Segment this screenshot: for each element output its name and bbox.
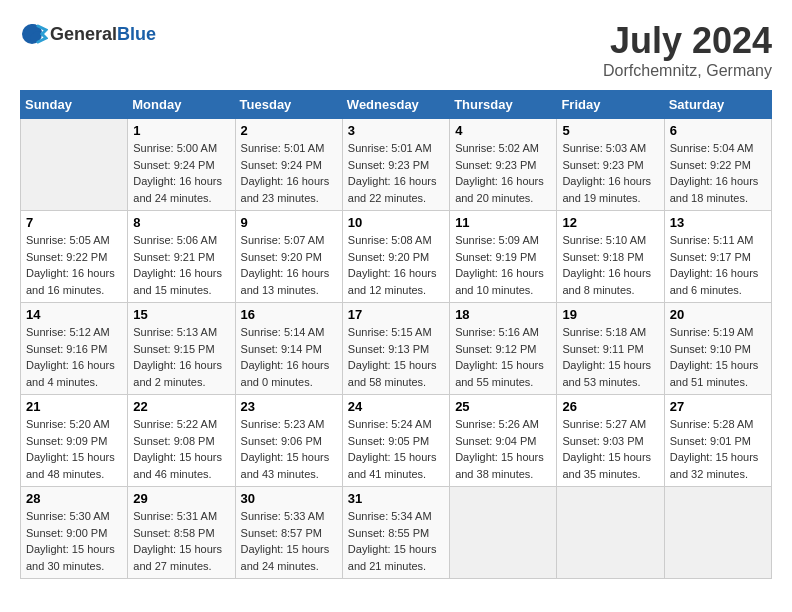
- day-number: 17: [348, 307, 444, 322]
- day-number: 13: [670, 215, 766, 230]
- day-info: Sunrise: 5:08 AM Sunset: 9:20 PM Dayligh…: [348, 232, 444, 298]
- calendar-cell: 14Sunrise: 5:12 AM Sunset: 9:16 PM Dayli…: [21, 303, 128, 395]
- calendar-cell: 15Sunrise: 5:13 AM Sunset: 9:15 PM Dayli…: [128, 303, 235, 395]
- calendar-header-row: SundayMondayTuesdayWednesdayThursdayFrid…: [21, 91, 772, 119]
- calendar-cell: 26Sunrise: 5:27 AM Sunset: 9:03 PM Dayli…: [557, 395, 664, 487]
- day-number: 27: [670, 399, 766, 414]
- calendar-cell: 5Sunrise: 5:03 AM Sunset: 9:23 PM Daylig…: [557, 119, 664, 211]
- calendar-cell: 21Sunrise: 5:20 AM Sunset: 9:09 PM Dayli…: [21, 395, 128, 487]
- day-number: 26: [562, 399, 658, 414]
- calendar-week-row: 21Sunrise: 5:20 AM Sunset: 9:09 PM Dayli…: [21, 395, 772, 487]
- calendar-cell: 20Sunrise: 5:19 AM Sunset: 9:10 PM Dayli…: [664, 303, 771, 395]
- day-info: Sunrise: 5:05 AM Sunset: 9:22 PM Dayligh…: [26, 232, 122, 298]
- day-info: Sunrise: 5:00 AM Sunset: 9:24 PM Dayligh…: [133, 140, 229, 206]
- day-info: Sunrise: 5:10 AM Sunset: 9:18 PM Dayligh…: [562, 232, 658, 298]
- day-number: 29: [133, 491, 229, 506]
- calendar-cell: 2Sunrise: 5:01 AM Sunset: 9:24 PM Daylig…: [235, 119, 342, 211]
- calendar-cell: 9Sunrise: 5:07 AM Sunset: 9:20 PM Daylig…: [235, 211, 342, 303]
- day-number: 14: [26, 307, 122, 322]
- day-info: Sunrise: 5:14 AM Sunset: 9:14 PM Dayligh…: [241, 324, 337, 390]
- logo: GeneralBlue: [20, 20, 156, 48]
- calendar-cell: 30Sunrise: 5:33 AM Sunset: 8:57 PM Dayli…: [235, 487, 342, 579]
- day-number: 21: [26, 399, 122, 414]
- calendar-body: 1Sunrise: 5:00 AM Sunset: 9:24 PM Daylig…: [21, 119, 772, 579]
- day-info: Sunrise: 5:13 AM Sunset: 9:15 PM Dayligh…: [133, 324, 229, 390]
- calendar-cell: 19Sunrise: 5:18 AM Sunset: 9:11 PM Dayli…: [557, 303, 664, 395]
- day-number: 18: [455, 307, 551, 322]
- calendar-cell: [557, 487, 664, 579]
- day-number: 2: [241, 123, 337, 138]
- day-info: Sunrise: 5:23 AM Sunset: 9:06 PM Dayligh…: [241, 416, 337, 482]
- day-number: 30: [241, 491, 337, 506]
- day-info: Sunrise: 5:07 AM Sunset: 9:20 PM Dayligh…: [241, 232, 337, 298]
- calendar-cell: 13Sunrise: 5:11 AM Sunset: 9:17 PM Dayli…: [664, 211, 771, 303]
- day-info: Sunrise: 5:30 AM Sunset: 9:00 PM Dayligh…: [26, 508, 122, 574]
- day-info: Sunrise: 5:16 AM Sunset: 9:12 PM Dayligh…: [455, 324, 551, 390]
- weekday-header-saturday: Saturday: [664, 91, 771, 119]
- day-number: 5: [562, 123, 658, 138]
- day-info: Sunrise: 5:01 AM Sunset: 9:23 PM Dayligh…: [348, 140, 444, 206]
- title-block: July 2024 Dorfchemnitz, Germany: [603, 20, 772, 80]
- day-number: 10: [348, 215, 444, 230]
- day-number: 12: [562, 215, 658, 230]
- day-info: Sunrise: 5:19 AM Sunset: 9:10 PM Dayligh…: [670, 324, 766, 390]
- page-header: GeneralBlue July 2024 Dorfchemnitz, Germ…: [20, 20, 772, 80]
- calendar-cell: 3Sunrise: 5:01 AM Sunset: 9:23 PM Daylig…: [342, 119, 449, 211]
- calendar-cell: [450, 487, 557, 579]
- calendar-cell: 6Sunrise: 5:04 AM Sunset: 9:22 PM Daylig…: [664, 119, 771, 211]
- day-info: Sunrise: 5:20 AM Sunset: 9:09 PM Dayligh…: [26, 416, 122, 482]
- logo-text-blue: Blue: [117, 24, 156, 44]
- day-number: 7: [26, 215, 122, 230]
- calendar-cell: 31Sunrise: 5:34 AM Sunset: 8:55 PM Dayli…: [342, 487, 449, 579]
- calendar-week-row: 14Sunrise: 5:12 AM Sunset: 9:16 PM Dayli…: [21, 303, 772, 395]
- day-number: 6: [670, 123, 766, 138]
- calendar-cell: 24Sunrise: 5:24 AM Sunset: 9:05 PM Dayli…: [342, 395, 449, 487]
- day-number: 19: [562, 307, 658, 322]
- calendar-cell: 18Sunrise: 5:16 AM Sunset: 9:12 PM Dayli…: [450, 303, 557, 395]
- calendar-week-row: 28Sunrise: 5:30 AM Sunset: 9:00 PM Dayli…: [21, 487, 772, 579]
- calendar-cell: 22Sunrise: 5:22 AM Sunset: 9:08 PM Dayli…: [128, 395, 235, 487]
- day-info: Sunrise: 5:02 AM Sunset: 9:23 PM Dayligh…: [455, 140, 551, 206]
- calendar-cell: 11Sunrise: 5:09 AM Sunset: 9:19 PM Dayli…: [450, 211, 557, 303]
- day-info: Sunrise: 5:06 AM Sunset: 9:21 PM Dayligh…: [133, 232, 229, 298]
- day-number: 31: [348, 491, 444, 506]
- calendar-cell: 27Sunrise: 5:28 AM Sunset: 9:01 PM Dayli…: [664, 395, 771, 487]
- day-info: Sunrise: 5:22 AM Sunset: 9:08 PM Dayligh…: [133, 416, 229, 482]
- day-number: 16: [241, 307, 337, 322]
- day-info: Sunrise: 5:11 AM Sunset: 9:17 PM Dayligh…: [670, 232, 766, 298]
- day-info: Sunrise: 5:04 AM Sunset: 9:22 PM Dayligh…: [670, 140, 766, 206]
- calendar-week-row: 7Sunrise: 5:05 AM Sunset: 9:22 PM Daylig…: [21, 211, 772, 303]
- day-number: 25: [455, 399, 551, 414]
- day-info: Sunrise: 5:18 AM Sunset: 9:11 PM Dayligh…: [562, 324, 658, 390]
- day-number: 4: [455, 123, 551, 138]
- day-number: 8: [133, 215, 229, 230]
- weekday-header-wednesday: Wednesday: [342, 91, 449, 119]
- day-info: Sunrise: 5:15 AM Sunset: 9:13 PM Dayligh…: [348, 324, 444, 390]
- day-number: 28: [26, 491, 122, 506]
- weekday-header-tuesday: Tuesday: [235, 91, 342, 119]
- day-info: Sunrise: 5:33 AM Sunset: 8:57 PM Dayligh…: [241, 508, 337, 574]
- calendar-cell: 16Sunrise: 5:14 AM Sunset: 9:14 PM Dayli…: [235, 303, 342, 395]
- day-number: 3: [348, 123, 444, 138]
- day-number: 11: [455, 215, 551, 230]
- logo-icon: [20, 20, 48, 48]
- calendar-cell: 17Sunrise: 5:15 AM Sunset: 9:13 PM Dayli…: [342, 303, 449, 395]
- month-title: July 2024: [603, 20, 772, 62]
- logo-text-general: General: [50, 24, 117, 44]
- day-number: 20: [670, 307, 766, 322]
- day-number: 15: [133, 307, 229, 322]
- day-info: Sunrise: 5:34 AM Sunset: 8:55 PM Dayligh…: [348, 508, 444, 574]
- weekday-header-monday: Monday: [128, 91, 235, 119]
- calendar-cell: 28Sunrise: 5:30 AM Sunset: 9:00 PM Dayli…: [21, 487, 128, 579]
- day-info: Sunrise: 5:09 AM Sunset: 9:19 PM Dayligh…: [455, 232, 551, 298]
- day-info: Sunrise: 5:12 AM Sunset: 9:16 PM Dayligh…: [26, 324, 122, 390]
- calendar-table: SundayMondayTuesdayWednesdayThursdayFrid…: [20, 90, 772, 579]
- day-number: 24: [348, 399, 444, 414]
- day-info: Sunrise: 5:27 AM Sunset: 9:03 PM Dayligh…: [562, 416, 658, 482]
- weekday-header-thursday: Thursday: [450, 91, 557, 119]
- day-number: 9: [241, 215, 337, 230]
- calendar-cell: 29Sunrise: 5:31 AM Sunset: 8:58 PM Dayli…: [128, 487, 235, 579]
- calendar-cell: 1Sunrise: 5:00 AM Sunset: 9:24 PM Daylig…: [128, 119, 235, 211]
- day-info: Sunrise: 5:26 AM Sunset: 9:04 PM Dayligh…: [455, 416, 551, 482]
- calendar-week-row: 1Sunrise: 5:00 AM Sunset: 9:24 PM Daylig…: [21, 119, 772, 211]
